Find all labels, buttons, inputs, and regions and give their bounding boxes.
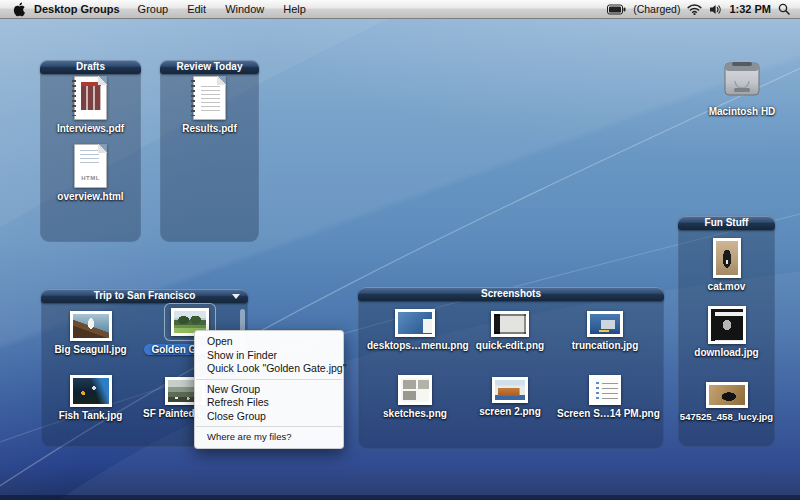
volume-icon[interactable] <box>709 4 722 15</box>
battery-icon[interactable] <box>607 4 626 15</box>
file-results-pdf[interactable]: Results.pdf <box>160 76 259 134</box>
file-label: Big Seagull.jpg <box>43 344 138 355</box>
menu-item-where-are-my-files[interactable]: Where are my files? <box>195 430 343 444</box>
html-file-icon: HTML <box>74 144 107 188</box>
menu-item-close-group[interactable]: Close Group <box>195 410 343 424</box>
file-label: download.jpg <box>678 347 775 358</box>
photo-thumbnail <box>398 375 432 405</box>
clock[interactable]: 1:32 PM <box>729 3 771 15</box>
file-download-jpg[interactable]: download.jpg <box>678 306 775 358</box>
group-header-fun-stuff[interactable]: Fun Stuff <box>678 216 775 230</box>
file-big-seagull[interactable]: Big Seagull.jpg <box>43 311 138 355</box>
file-label: desktops…menu.png <box>367 340 463 351</box>
file-label: Results.pdf <box>160 123 259 134</box>
apple-menu[interactable] <box>12 2 25 17</box>
photo-thumbnail <box>70 375 112 407</box>
menu-separator <box>196 379 342 380</box>
file-cat-mov[interactable]: cat.mov <box>678 238 775 292</box>
photo-thumbnail <box>395 309 435 337</box>
apple-logo-icon <box>12 2 25 17</box>
file-screen-shot[interactable]: Screen S…14 PM.png <box>557 375 653 419</box>
context-menu: Open Show in Finder Quick Look "Golden G… <box>194 330 344 449</box>
file-label: Fish Tank.jpg <box>43 410 138 421</box>
menu-edit[interactable]: Edit <box>187 3 206 15</box>
group-screenshots: Screenshots desktops…menu.png quick-edit… <box>358 287 664 449</box>
photo-thumbnail <box>706 382 748 408</box>
group-title: Fun Stuff <box>705 217 749 228</box>
file-label: Screen S…14 PM.png <box>557 408 653 419</box>
hard-drive-icon <box>719 61 765 99</box>
file-fish-tank[interactable]: Fish Tank.jpg <box>43 375 138 421</box>
file-quick-edit[interactable]: quick-edit.png <box>462 311 558 351</box>
file-label: cat.mov <box>678 281 775 292</box>
pdf-file-icon <box>193 76 226 120</box>
menu-item-show-in-finder[interactable]: Show in Finder <box>195 349 343 363</box>
battery-status-text: (Charged) <box>633 3 680 15</box>
file-truncation[interactable]: truncation.jpg <box>557 311 653 351</box>
group-header-trip[interactable]: Trip to San Francisco <box>41 289 248 303</box>
pdf-file-icon <box>74 76 107 120</box>
menu-item-refresh-files[interactable]: Refresh Files <box>195 396 343 410</box>
file-lucy-jpg[interactable]: 547525_458_lucy.jpg <box>678 382 775 422</box>
group-title: Trip to San Francisco <box>94 290 196 301</box>
file-overview-html[interactable]: HTML overview.html <box>40 144 141 202</box>
group-title: Drafts <box>76 61 105 72</box>
file-interviews-pdf[interactable]: Interviews.pdf <box>40 76 141 134</box>
photo-thumbnail <box>589 375 621 405</box>
volume-macintosh-hd[interactable]: Macintosh HD <box>698 61 786 117</box>
file-label: truncation.jpg <box>557 340 653 351</box>
photo-thumbnail <box>587 311 623 337</box>
spotlight-icon[interactable] <box>778 3 790 15</box>
app-menu-title[interactable]: Desktop Groups <box>34 3 120 15</box>
group-menu-arrow-icon[interactable] <box>232 294 240 299</box>
group-drafts: Drafts Interviews.pdf HTML overview.html <box>40 60 141 242</box>
menu-help[interactable]: Help <box>283 3 306 15</box>
file-label: Interviews.pdf <box>40 123 141 134</box>
menu-item-new-group[interactable]: New Group <box>195 383 343 397</box>
menu-item-quick-look[interactable]: Quick Look "Golden Gate.jpg" <box>195 362 343 376</box>
group-title: Screenshots <box>481 288 541 299</box>
file-desktops-menu[interactable]: desktops…menu.png <box>367 309 463 351</box>
group-header-drafts[interactable]: Drafts <box>40 60 141 74</box>
group-header-screenshots[interactable]: Screenshots <box>358 287 664 301</box>
wifi-icon[interactable] <box>687 4 702 15</box>
photo-thumbnail <box>70 311 112 341</box>
file-label: quick-edit.png <box>462 340 558 351</box>
movie-thumbnail <box>713 238 741 278</box>
file-label: screen 2.png <box>462 406 558 417</box>
menu-item-open[interactable]: Open <box>195 335 343 349</box>
menu-separator <box>196 426 342 427</box>
group-review-today: Review Today Results.pdf <box>160 60 259 242</box>
photo-thumbnail <box>492 377 528 403</box>
photo-thumbnail <box>491 311 529 337</box>
file-label: 547525_458_lucy.jpg <box>678 411 775 422</box>
desktop-wallpaper: Drafts Interviews.pdf HTML overview.html… <box>0 19 800 500</box>
group-header-review-today[interactable]: Review Today <box>160 60 259 74</box>
group-title: Review Today <box>177 61 243 72</box>
menu-group[interactable]: Group <box>138 3 169 15</box>
group-fun-stuff: Fun Stuff cat.mov download.jpg 547525_45… <box>678 216 775 447</box>
screen: Desktop Groups Group Edit Window Help (C… <box>0 0 800 500</box>
menu-window[interactable]: Window <box>225 3 264 15</box>
html-badge-text: HTML <box>81 175 100 181</box>
file-label: sketches.png <box>367 408 463 419</box>
file-sketches[interactable]: sketches.png <box>367 375 463 419</box>
photo-thumbnail <box>708 306 746 344</box>
menu-bar: Desktop Groups Group Edit Window Help (C… <box>0 0 800 19</box>
volume-label: Macintosh HD <box>698 106 786 117</box>
file-label: overview.html <box>40 191 141 202</box>
file-screen-2[interactable]: screen 2.png <box>462 377 558 417</box>
